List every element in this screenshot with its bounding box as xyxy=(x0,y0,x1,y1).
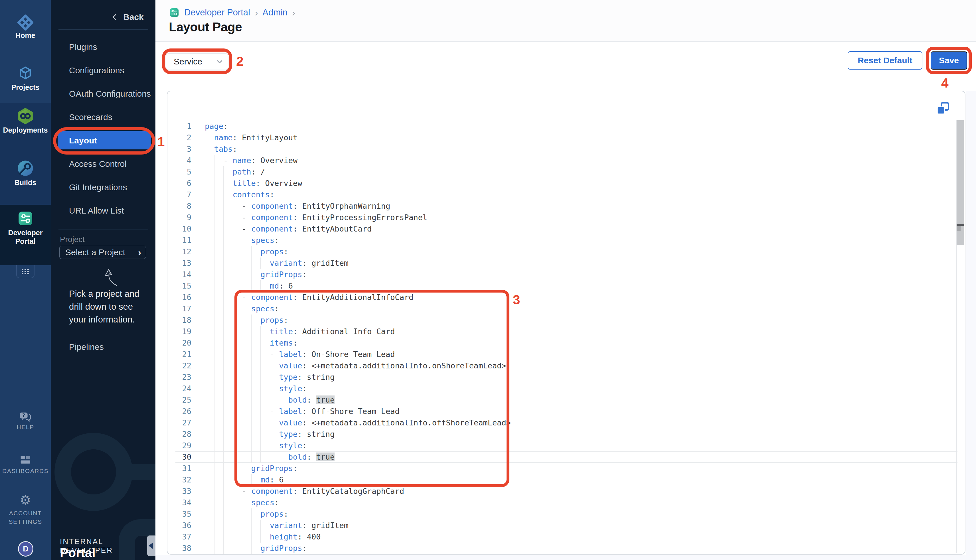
sidebar-item-access-control[interactable]: Access Control xyxy=(69,158,152,170)
rail-item-home[interactable] xyxy=(0,14,51,32)
code-line-14: 14gridProps: xyxy=(167,269,966,280)
rail-item-projects[interactable] xyxy=(0,65,51,83)
page-header: Developer Portal › Admin › Layout Page xyxy=(155,0,976,42)
line-number: 23 xyxy=(167,372,191,383)
code-line-7: 7contents: xyxy=(167,189,966,200)
projects-icon xyxy=(17,65,33,82)
code-line-22: 22value: <+metadata.additionalInfo.onSho… xyxy=(167,360,966,372)
back-button[interactable]: Back xyxy=(111,12,144,23)
code-line-20: 20items: xyxy=(167,337,966,349)
code-line-9: 9- component: EntityProcessingErrorsPane… xyxy=(167,212,966,223)
line-number: 34 xyxy=(167,497,191,508)
line-number: 26 xyxy=(167,406,191,417)
sidebar-item-configurations[interactable]: Configurations xyxy=(69,65,152,76)
sidebar-item-git-integrations[interactable]: Git Integrations xyxy=(69,182,152,193)
line-number: 22 xyxy=(167,360,191,372)
sidebar-item-scorecards[interactable]: Scorecards xyxy=(69,112,152,123)
rail-item-developer-portal[interactable] xyxy=(0,210,51,228)
code-line-27: 27value: <+metadata.additionalInfo.offSh… xyxy=(167,417,966,428)
entity-type-dropdown[interactable]: Service xyxy=(166,53,228,70)
footer-portal-label: Portal xyxy=(60,546,95,560)
code-line-33: 33- component: EntityCatalogGraphCard xyxy=(167,486,966,497)
collapse-left-icon xyxy=(148,543,153,549)
page-title: Layout Page xyxy=(169,20,242,34)
code-line-18: 18props: xyxy=(167,315,966,326)
line-number: 37 xyxy=(167,531,191,543)
select-project-label: Select a Project xyxy=(65,247,125,257)
page-background-bottom xyxy=(155,555,976,560)
chevron-down-icon xyxy=(215,57,224,66)
rail-item-builds[interactable] xyxy=(0,159,51,178)
line-number: 19 xyxy=(167,326,191,337)
code-line-35: 35props: xyxy=(167,508,966,520)
main-content: Developer Portal › Admin › Layout Page S… xyxy=(155,0,976,560)
code-line-29: 29style: xyxy=(167,440,966,452)
apps-grid-button[interactable] xyxy=(16,265,35,278)
sidebar-divider-2 xyxy=(58,230,148,230)
code-line-21: 21- label: On-Shore Team Lead xyxy=(167,349,966,360)
reset-default-button[interactable]: Reset Default xyxy=(848,51,923,70)
annotation-number-4: 4 xyxy=(941,75,949,91)
module-rail: Home Projects Deployments xyxy=(0,0,51,560)
sidebar-item-oauth-configurations[interactable]: OAuth Configurations xyxy=(69,88,152,100)
line-number: 15 xyxy=(167,280,191,292)
rail-label-home: Home xyxy=(0,32,51,40)
project-section-label: Project xyxy=(60,235,85,244)
breadcrumb-link-admin[interactable]: Admin xyxy=(262,7,287,18)
doodle-arrow-icon xyxy=(89,261,121,288)
code-line-15: 15md: 6 xyxy=(167,280,966,292)
yaml-editor-card[interactable]: 1page:2name: EntityLayout3tabs:4- name: … xyxy=(167,91,966,555)
select-project-button[interactable]: Select a Project › xyxy=(59,246,146,259)
svg-text:?: ? xyxy=(22,412,25,418)
line-number: 36 xyxy=(167,520,191,531)
line-number: 38 xyxy=(167,543,191,554)
code-line-25: 25bold: true xyxy=(167,394,966,406)
back-label: Back xyxy=(123,12,144,22)
save-button[interactable]: Save xyxy=(931,51,967,70)
code-line-5: 5path: / xyxy=(167,166,966,178)
line-number: 7 xyxy=(167,189,191,200)
line-number: 20 xyxy=(167,337,191,349)
rail-item-dashboards[interactable] xyxy=(0,454,51,467)
line-number: 1 xyxy=(167,121,191,132)
breadcrumb-portal-icon xyxy=(169,7,180,18)
sidebar-item-plugins[interactable]: Plugins xyxy=(69,41,152,53)
annotation-number-2: 2 xyxy=(236,53,244,69)
rail-item-account-settings[interactable]: ⚙ xyxy=(0,494,51,507)
line-number: 3 xyxy=(167,143,191,155)
user-avatar[interactable]: D xyxy=(18,541,33,557)
code-line-16: 16- component: EntityAdditionalInfoCard xyxy=(167,292,966,303)
line-number: 35 xyxy=(167,508,191,520)
line-number: 13 xyxy=(167,257,191,269)
code-line-3: 3tabs: xyxy=(167,143,966,155)
rail-item-help[interactable]: ? xyxy=(0,410,51,425)
line-number: 6 xyxy=(167,178,191,189)
deployments-icon xyxy=(17,107,34,125)
code-editor[interactable]: 1page:2name: EntityLayout3tabs:4- name: … xyxy=(167,91,966,555)
line-number: 10 xyxy=(167,223,191,235)
rail-label-help: HELP xyxy=(0,424,51,430)
breadcrumb-link-developer-portal[interactable]: Developer Portal xyxy=(184,7,250,18)
gear-icon: ⚙ xyxy=(20,493,31,507)
rail-label-developer: Developer xyxy=(0,229,51,237)
code-line-4: 4- name: Overview xyxy=(167,155,966,166)
code-line-32: 32md: 6 xyxy=(167,474,966,486)
code-line-2: 2name: EntityLayout xyxy=(167,132,966,143)
rail-item-deployments[interactable] xyxy=(0,107,51,126)
code-line-12: 12props: xyxy=(167,246,966,257)
breadcrumb: Developer Portal › Admin › xyxy=(169,7,295,18)
code-line-26: 26- label: Off-Shore Team Lead xyxy=(167,406,966,417)
line-number: 29 xyxy=(167,440,191,452)
annotation-number-1: 1 xyxy=(157,134,165,149)
code-line-37: 37height: 400 xyxy=(167,531,966,543)
admin-sidebar: Back Plugins Configurations OAuth Config… xyxy=(51,0,155,560)
home-icon xyxy=(17,14,33,31)
sidebar-item-layout[interactable]: Layout xyxy=(69,135,152,146)
code-line-19: 19title: Additional Info Card xyxy=(167,326,966,337)
sidebar-item-url-allow-list[interactable]: URL Allow List xyxy=(69,205,152,217)
line-number: 2 xyxy=(167,132,191,143)
sidebar-item-pipelines[interactable]: Pipelines xyxy=(69,342,104,352)
rail-label-dashboards: DASHBOARDS xyxy=(0,468,51,475)
copy-icon[interactable] xyxy=(936,101,950,116)
scrollbar-mark xyxy=(957,226,961,231)
